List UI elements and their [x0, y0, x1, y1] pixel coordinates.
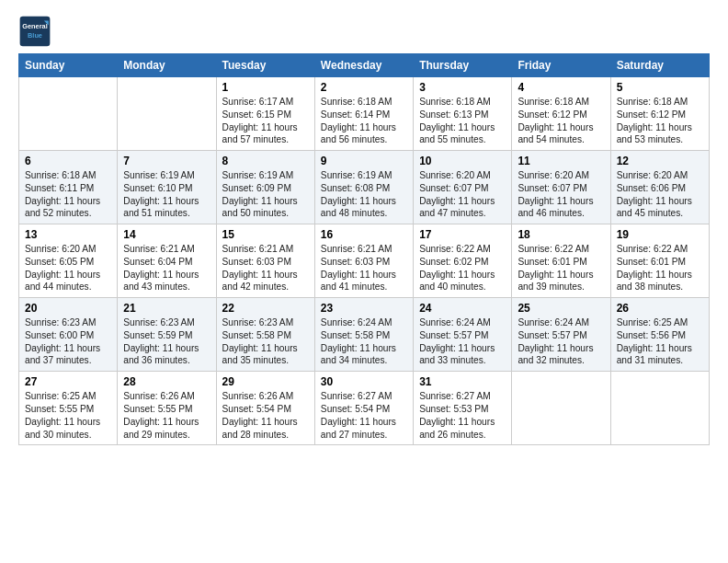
day-cell: 12Sunrise: 6:20 AMSunset: 6:06 PMDayligh…: [610, 151, 709, 224]
day-detail: Sunrise: 6:22 AMSunset: 6:01 PMDaylight:…: [617, 243, 703, 293]
day-number: 1: [222, 81, 309, 94]
day-cell: 1Sunrise: 6:17 AMSunset: 6:15 PMDaylight…: [216, 77, 314, 151]
day-number: 7: [123, 155, 210, 167]
weekday-header-row: SundayMondayTuesdayWednesdayThursdayFrid…: [19, 54, 710, 77]
day-detail: Sunrise: 6:27 AMSunset: 5:53 PMDaylight:…: [419, 390, 506, 441]
weekday-header-saturday: Saturday: [610, 54, 709, 77]
day-cell: [610, 372, 709, 445]
day-number: 25: [518, 302, 604, 315]
day-cell: 20Sunrise: 6:23 AMSunset: 6:00 PMDayligh…: [19, 298, 118, 372]
day-number: 3: [419, 81, 506, 94]
calendar-table: SundayMondayTuesdayWednesdayThursdayFrid…: [18, 53, 710, 445]
day-detail: Sunrise: 6:25 AMSunset: 5:55 PMDaylight:…: [25, 390, 111, 441]
day-cell: 15Sunrise: 6:21 AMSunset: 6:03 PMDayligh…: [216, 224, 314, 298]
day-number: 28: [123, 375, 210, 388]
day-cell: 17Sunrise: 6:22 AMSunset: 6:02 PMDayligh…: [414, 224, 512, 298]
week-row-4: 20Sunrise: 6:23 AMSunset: 6:00 PMDayligh…: [19, 298, 710, 372]
day-detail: Sunrise: 6:22 AMSunset: 6:01 PMDaylight:…: [518, 243, 604, 293]
day-detail: Sunrise: 6:26 AMSunset: 5:55 PMDaylight:…: [123, 390, 210, 441]
day-cell: 27Sunrise: 6:25 AMSunset: 5:55 PMDayligh…: [19, 372, 118, 445]
day-cell: 26Sunrise: 6:25 AMSunset: 5:56 PMDayligh…: [610, 298, 709, 372]
day-detail: Sunrise: 6:23 AMSunset: 5:58 PMDaylight:…: [222, 316, 309, 367]
day-detail: Sunrise: 6:18 AMSunset: 6:13 PMDaylight:…: [419, 96, 506, 146]
day-cell: 8Sunrise: 6:19 AMSunset: 6:09 PMDaylight…: [216, 151, 314, 224]
day-number: 18: [518, 228, 604, 241]
day-detail: Sunrise: 6:27 AMSunset: 5:54 PMDaylight:…: [321, 390, 407, 441]
day-detail: Sunrise: 6:20 AMSunset: 6:07 PMDaylight:…: [419, 169, 506, 220]
day-cell: 31Sunrise: 6:27 AMSunset: 5:53 PMDayligh…: [414, 372, 512, 445]
day-number: 6: [25, 155, 111, 167]
day-number: 22: [222, 302, 309, 315]
weekday-header-sunday: Sunday: [19, 54, 118, 77]
day-cell: 13Sunrise: 6:20 AMSunset: 6:05 PMDayligh…: [19, 224, 118, 298]
day-number: 13: [25, 228, 111, 241]
day-number: 30: [321, 375, 407, 388]
day-detail: Sunrise: 6:19 AMSunset: 6:09 PMDaylight:…: [222, 169, 309, 220]
week-row-5: 27Sunrise: 6:25 AMSunset: 5:55 PMDayligh…: [19, 372, 710, 445]
day-cell: 18Sunrise: 6:22 AMSunset: 6:01 PMDayligh…: [512, 224, 610, 298]
day-detail: Sunrise: 6:20 AMSunset: 6:05 PMDaylight:…: [25, 243, 111, 293]
day-cell: 28Sunrise: 6:26 AMSunset: 5:55 PMDayligh…: [118, 372, 216, 445]
day-detail: Sunrise: 6:21 AMSunset: 6:03 PMDaylight:…: [321, 243, 407, 293]
logo-icon: General Blue: [18, 15, 51, 48]
day-cell: 21Sunrise: 6:23 AMSunset: 5:59 PMDayligh…: [118, 298, 216, 372]
day-cell: 11Sunrise: 6:20 AMSunset: 6:07 PMDayligh…: [512, 151, 610, 224]
day-detail: Sunrise: 6:20 AMSunset: 6:06 PMDaylight:…: [617, 169, 703, 220]
day-cell: [118, 77, 216, 151]
day-detail: Sunrise: 6:19 AMSunset: 6:10 PMDaylight:…: [123, 169, 210, 220]
day-number: 23: [321, 302, 407, 315]
day-detail: Sunrise: 6:26 AMSunset: 5:54 PMDaylight:…: [222, 390, 309, 441]
day-detail: Sunrise: 6:22 AMSunset: 6:02 PMDaylight:…: [419, 243, 506, 293]
day-detail: Sunrise: 6:23 AMSunset: 6:00 PMDaylight:…: [25, 316, 111, 367]
week-row-2: 6Sunrise: 6:18 AMSunset: 6:11 PMDaylight…: [19, 151, 710, 224]
day-number: 10: [419, 155, 506, 167]
day-cell: 2Sunrise: 6:18 AMSunset: 6:14 PMDaylight…: [314, 77, 413, 151]
day-cell: 3Sunrise: 6:18 AMSunset: 6:13 PMDaylight…: [414, 77, 512, 151]
day-cell: 23Sunrise: 6:24 AMSunset: 5:58 PMDayligh…: [314, 298, 413, 372]
day-cell: 30Sunrise: 6:27 AMSunset: 5:54 PMDayligh…: [314, 372, 413, 445]
day-detail: Sunrise: 6:17 AMSunset: 6:15 PMDaylight:…: [222, 96, 309, 146]
day-detail: Sunrise: 6:18 AMSunset: 6:12 PMDaylight:…: [518, 96, 604, 146]
day-cell: 9Sunrise: 6:19 AMSunset: 6:08 PMDaylight…: [314, 151, 413, 224]
day-detail: Sunrise: 6:18 AMSunset: 6:14 PMDaylight:…: [321, 96, 407, 146]
day-number: 20: [25, 302, 111, 315]
day-number: 5: [617, 81, 703, 94]
day-cell: 14Sunrise: 6:21 AMSunset: 6:04 PMDayligh…: [118, 224, 216, 298]
svg-text:Blue: Blue: [28, 31, 42, 40]
logo: General Blue: [18, 15, 53, 48]
weekday-header-friday: Friday: [512, 54, 610, 77]
day-detail: Sunrise: 6:25 AMSunset: 5:56 PMDaylight:…: [617, 316, 703, 367]
day-cell: 24Sunrise: 6:24 AMSunset: 5:57 PMDayligh…: [414, 298, 512, 372]
day-detail: Sunrise: 6:21 AMSunset: 6:04 PMDaylight:…: [123, 243, 210, 293]
day-number: 16: [321, 228, 407, 241]
day-cell: 25Sunrise: 6:24 AMSunset: 5:57 PMDayligh…: [512, 298, 610, 372]
day-detail: Sunrise: 6:24 AMSunset: 5:57 PMDaylight:…: [419, 316, 506, 367]
day-cell: [19, 77, 118, 151]
day-cell: 29Sunrise: 6:26 AMSunset: 5:54 PMDayligh…: [216, 372, 314, 445]
day-cell: 22Sunrise: 6:23 AMSunset: 5:58 PMDayligh…: [216, 298, 314, 372]
day-number: 2: [321, 81, 407, 94]
day-cell: 7Sunrise: 6:19 AMSunset: 6:10 PMDaylight…: [118, 151, 216, 224]
day-cell: 19Sunrise: 6:22 AMSunset: 6:01 PMDayligh…: [610, 224, 709, 298]
day-detail: Sunrise: 6:24 AMSunset: 5:58 PMDaylight:…: [321, 316, 407, 367]
day-detail: Sunrise: 6:19 AMSunset: 6:08 PMDaylight:…: [321, 169, 407, 220]
day-cell: 4Sunrise: 6:18 AMSunset: 6:12 PMDaylight…: [512, 77, 610, 151]
weekday-header-thursday: Thursday: [414, 54, 512, 77]
weekday-header-tuesday: Tuesday: [216, 54, 314, 77]
week-row-3: 13Sunrise: 6:20 AMSunset: 6:05 PMDayligh…: [19, 224, 710, 298]
day-number: 29: [222, 375, 309, 388]
day-number: 31: [419, 375, 506, 388]
day-cell: 16Sunrise: 6:21 AMSunset: 6:03 PMDayligh…: [314, 224, 413, 298]
day-number: 4: [518, 81, 604, 94]
day-detail: Sunrise: 6:21 AMSunset: 6:03 PMDaylight:…: [222, 243, 309, 293]
day-detail: Sunrise: 6:20 AMSunset: 6:07 PMDaylight:…: [518, 169, 604, 220]
day-detail: Sunrise: 6:24 AMSunset: 5:57 PMDaylight:…: [518, 316, 604, 367]
day-number: 11: [518, 155, 604, 167]
day-number: 8: [222, 155, 309, 167]
day-number: 15: [222, 228, 309, 241]
day-cell: 10Sunrise: 6:20 AMSunset: 6:07 PMDayligh…: [414, 151, 512, 224]
day-cell: 5Sunrise: 6:18 AMSunset: 6:12 PMDaylight…: [610, 77, 709, 151]
day-detail: Sunrise: 6:18 AMSunset: 6:12 PMDaylight:…: [617, 96, 703, 146]
weekday-header-monday: Monday: [118, 54, 216, 77]
week-row-1: 1Sunrise: 6:17 AMSunset: 6:15 PMDaylight…: [19, 77, 710, 151]
